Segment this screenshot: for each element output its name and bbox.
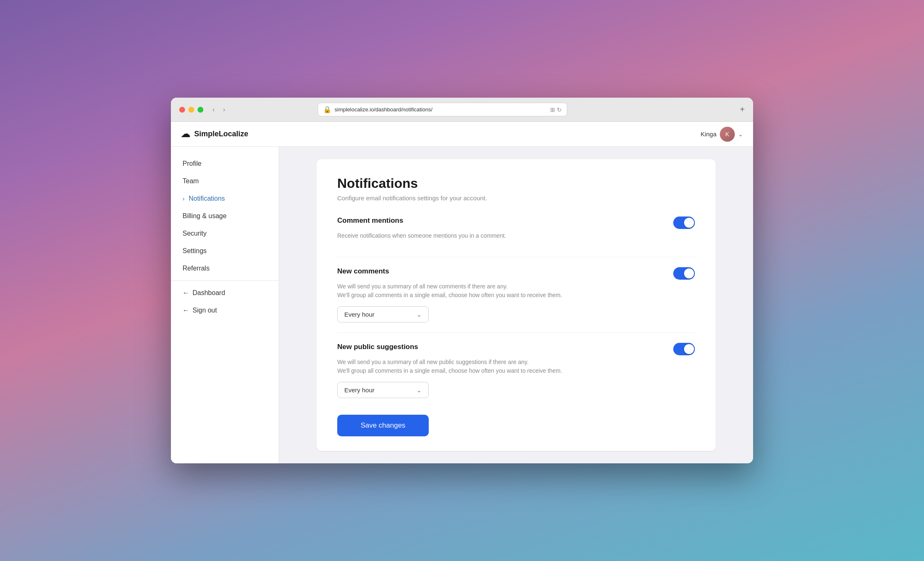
browser-chrome: ‹ › 🔒 simplelocalize.io/dashboard/notifi… — [171, 98, 753, 122]
notification-description: Receive notifications when someone menti… — [337, 231, 695, 240]
maximize-button[interactable] — [198, 107, 203, 113]
sidebar-item-label: Billing & usage — [183, 212, 227, 220]
sidebar-divider — [171, 280, 279, 281]
add-tab-button[interactable]: + — [740, 105, 745, 114]
sidebar-item-signout[interactable]: ← Sign out — [171, 302, 279, 319]
address-bar-actions: ⊞ ↻ — [550, 106, 562, 113]
sidebar-item-label: Team — [183, 177, 199, 185]
chevron-down-icon: ⌄ — [738, 131, 743, 138]
lock-icon: 🔒 — [323, 106, 331, 113]
minimize-button[interactable] — [188, 107, 194, 113]
forward-nav-button[interactable]: › — [220, 104, 227, 115]
sidebar-item-label: Sign out — [193, 307, 217, 314]
notification-row-new-public-suggestions: New public suggestions We will send you … — [337, 332, 695, 408]
notification-header: New public suggestions — [337, 343, 695, 355]
translate-icon: ⊞ — [550, 106, 555, 113]
browser-window: ‹ › 🔒 simplelocalize.io/dashboard/notifi… — [171, 98, 753, 463]
user-name: Kinga — [701, 130, 716, 138]
notification-title: Comment mentions — [337, 217, 403, 225]
sidebar-item-profile[interactable]: Profile — [171, 155, 279, 172]
arrow-left-icon: ← — [183, 289, 189, 297]
notification-description: We will send you a summary of all new co… — [337, 282, 695, 300]
avatar-initials: K — [725, 131, 729, 138]
sidebar: Profile Team › Notifications Billing & u… — [171, 147, 279, 463]
traffic-lights — [179, 107, 203, 113]
notification-title: New public suggestions — [337, 343, 418, 351]
sidebar-item-team[interactable]: Team — [171, 172, 279, 190]
app-name: SimpleLocalize — [194, 130, 248, 138]
sidebar-item-label: Profile — [183, 160, 201, 167]
sidebar-nav: Profile Team › Notifications Billing & u… — [171, 155, 279, 455]
new-public-suggestions-toggle[interactable] — [673, 343, 695, 355]
new-comments-frequency-dropdown[interactable]: Every hour ⌄ — [337, 306, 429, 322]
comment-mentions-toggle[interactable] — [673, 217, 695, 229]
chevron-right-icon: › — [183, 195, 185, 202]
dropdown-value: Every hour — [344, 386, 375, 394]
close-button[interactable] — [179, 107, 185, 113]
sidebar-item-label: Notifications — [189, 195, 225, 202]
address-bar[interactable]: 🔒 simplelocalize.io/dashboard/notificati… — [318, 103, 567, 116]
toggle-thumb — [684, 218, 694, 228]
settings-panel: Notifications Configure email notificati… — [316, 159, 716, 451]
back-nav-button[interactable]: ‹ — [210, 104, 217, 115]
sidebar-item-label: Security — [183, 230, 207, 237]
url-text: simplelocalize.io/dashboard/notification… — [335, 106, 433, 113]
chevron-down-icon: ⌄ — [417, 311, 422, 318]
notification-title: New comments — [337, 267, 389, 276]
page-title: Notifications — [337, 176, 695, 191]
notification-description: We will send you a summary of all new pu… — [337, 358, 695, 375]
save-changes-button[interactable]: Save changes — [337, 415, 429, 436]
notification-header: Comment mentions — [337, 217, 695, 229]
sidebar-item-referrals[interactable]: Referrals — [171, 260, 279, 277]
avatar: K — [720, 127, 735, 142]
sidebar-item-notifications[interactable]: › Notifications — [171, 190, 279, 207]
new-public-suggestions-frequency-dropdown[interactable]: Every hour ⌄ — [337, 382, 429, 398]
app-header: ☁ SimpleLocalize Kinga K ⌄ — [171, 122, 753, 147]
sidebar-item-billing[interactable]: Billing & usage — [171, 207, 279, 225]
refresh-icon: ↻ — [557, 106, 562, 113]
arrow-left-icon: ← — [183, 307, 189, 314]
notification-row-comment-mentions: Comment mentions Receive notifications w… — [337, 217, 695, 257]
logo-icon: ☁ — [181, 129, 190, 140]
sidebar-item-settings[interactable]: Settings — [171, 242, 279, 260]
app-body: Profile Team › Notifications Billing & u… — [171, 147, 753, 463]
sidebar-item-label: Referrals — [183, 265, 210, 272]
content-area: Notifications Configure email notificati… — [279, 147, 753, 463]
user-menu[interactable]: Kinga K ⌄ — [701, 127, 743, 142]
sidebar-item-security[interactable]: Security — [171, 225, 279, 242]
sidebar-item-label: Settings — [183, 247, 207, 255]
chevron-down-icon: ⌄ — [417, 387, 422, 394]
toggle-thumb — [684, 344, 694, 354]
toggle-thumb — [684, 268, 694, 278]
sidebar-item-dashboard[interactable]: ← Dashboard — [171, 284, 279, 302]
sidebar-item-label: Dashboard — [193, 289, 225, 297]
notification-row-new-comments: New comments We will send you a summary … — [337, 257, 695, 332]
notification-header: New comments — [337, 267, 695, 280]
dropdown-value: Every hour — [344, 311, 375, 318]
nav-buttons: ‹ › — [210, 104, 228, 115]
page-subtitle: Configure email notifications settings f… — [337, 194, 695, 202]
new-comments-toggle[interactable] — [673, 267, 695, 280]
app-logo: ☁ SimpleLocalize — [181, 129, 248, 140]
